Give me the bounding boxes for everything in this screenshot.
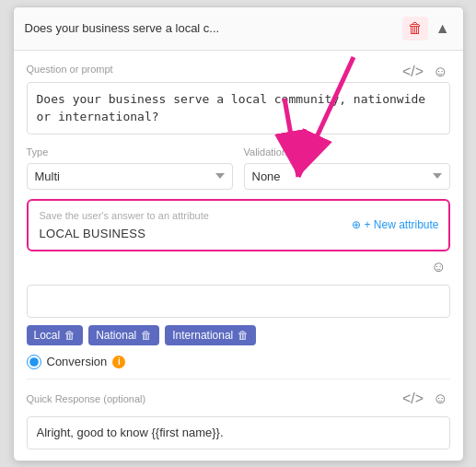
validation-field: Validation None Email Phone Number [244, 146, 450, 190]
card-header: Does your business serve a local c... 🗑 … [14, 7, 463, 51]
quick-response-code-icon: </> [402, 391, 424, 407]
answer-emoji-icon: ☺ [431, 259, 446, 275]
validation-select[interactable]: None Email Phone Number [244, 163, 450, 190]
question-label-row: Question or prompt </> ☺ [27, 62, 450, 82]
quick-response-row: Quick Response (optional) </> ☺ [27, 389, 450, 409]
new-attribute-button[interactable]: ⊕ + New attribute [352, 218, 438, 231]
type-field: Type Multi Single Text [27, 146, 233, 190]
question-textarea[interactable] [27, 82, 450, 134]
plus-icon: ⊕ [352, 218, 361, 231]
answer-emoji-button[interactable]: ☺ [429, 257, 447, 277]
collapse-button[interactable]: ▲ [434, 18, 452, 39]
divider [27, 379, 450, 379]
type-select[interactable]: Multi Single Text [27, 163, 233, 190]
question-code-button[interactable]: </> [402, 64, 424, 80]
tag-national: National 🗑 [88, 325, 159, 345]
trash-icon: 🗑 [408, 20, 423, 37]
card-body: Question or prompt </> ☺ Type Multi [14, 51, 463, 461]
conversion-row: Conversion i [27, 355, 450, 369]
validation-label: Validation [244, 146, 450, 158]
quick-response-code-button[interactable]: </> [402, 391, 424, 407]
question-emoji-button[interactable]: ☺ [431, 62, 449, 82]
tag-international: International 🗑 [165, 325, 256, 345]
chevron-up-icon: ▲ [435, 20, 450, 37]
tags-row: Local 🗑 National 🗑 International 🗑 [27, 325, 450, 345]
question-label: Question or prompt [27, 64, 113, 75]
quick-response-emoji-icon: ☺ [433, 391, 447, 407]
delete-button[interactable]: 🗑 [402, 17, 428, 41]
conversion-label: Conversion [47, 355, 108, 368]
card-title: Does your business serve a local c... [25, 21, 220, 35]
quick-response-emoji-button[interactable]: ☺ [431, 389, 449, 409]
code-icon: </> [402, 64, 424, 80]
quick-response-input[interactable] [27, 416, 450, 449]
tag-local-label: Local [34, 329, 61, 342]
attribute-box: Save the user's answer to an attribute L… [27, 199, 450, 251]
conversion-radio[interactable] [27, 355, 41, 369]
tag-local-delete[interactable]: 🗑 [64, 329, 75, 342]
answer-input[interactable] [27, 285, 450, 318]
quick-response-label: Quick Response (optional) [27, 393, 146, 404]
emoji-icon: ☺ [433, 64, 447, 80]
type-validation-row: Type Multi Single Text Validation None E… [27, 146, 450, 190]
tag-national-label: National [96, 329, 136, 342]
tag-local: Local 🗑 [27, 325, 84, 345]
new-attribute-label: + New attribute [364, 218, 438, 231]
tag-national-delete[interactable]: 🗑 [141, 329, 152, 342]
type-label: Type [27, 146, 233, 158]
hint-row: ☺ [27, 257, 450, 277]
conversion-info-icon[interactable]: i [112, 356, 125, 368]
tag-international-delete[interactable]: 🗑 [238, 329, 249, 342]
header-actions: 🗑 ▲ [402, 17, 452, 41]
tag-international-label: International [172, 329, 233, 342]
